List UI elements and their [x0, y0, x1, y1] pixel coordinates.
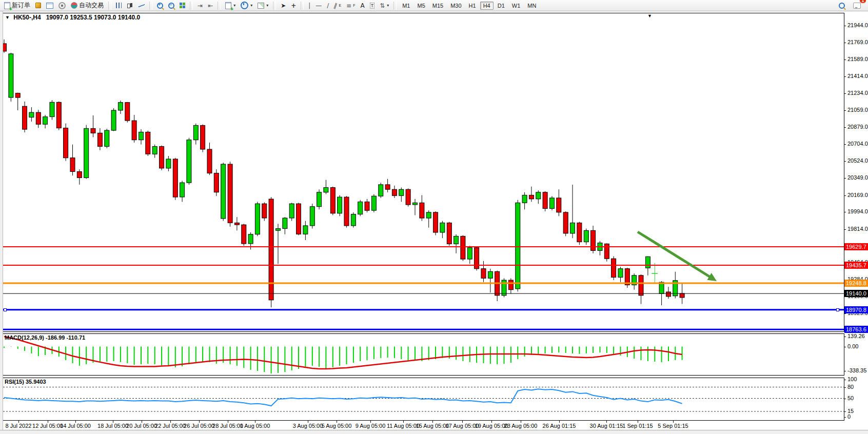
new-order-icon	[4, 2, 10, 9]
timeframe-m15[interactable]: M15	[429, 2, 446, 10]
indicators-icon	[225, 2, 231, 9]
timeframe-m1[interactable]: M1	[399, 2, 413, 10]
equidistant-channel-icon: ∥	[333, 2, 339, 9]
channel-sub-label: E	[339, 4, 341, 7]
horizontal-line-tool-button[interactable]: —	[313, 0, 324, 11]
candlestick-chart-button[interactable]	[125, 0, 135, 11]
hline-handle[interactable]	[4, 308, 7, 311]
autotrade-label: 自动交易	[79, 1, 104, 10]
timeframe-h1[interactable]: H1	[466, 2, 479, 10]
zoom-out-icon: −	[168, 3, 174, 9]
macd-signal-line	[4, 337, 682, 369]
vertical-line-icon: |	[308, 3, 310, 9]
timeframe-group: M1M5M15M30H1H4D1W1MN	[399, 2, 539, 10]
zoom-out-button[interactable]: −	[166, 0, 176, 11]
timeframe-m5[interactable]: M5	[414, 2, 428, 10]
signal-icon	[58, 2, 66, 9]
cursor-tool-button[interactable]: ➤	[279, 0, 288, 11]
horizontal-line-icon: —	[315, 3, 322, 9]
chart-shift-button[interactable]: ⇥	[195, 0, 205, 11]
crosshair-tool-button[interactable]: +	[289, 0, 298, 11]
chevron-down-icon: ▾	[250, 3, 252, 8]
symbols-button[interactable]	[33, 0, 43, 11]
rsi-line	[4, 389, 682, 406]
arrows-tool-button[interactable]: ⇅▾	[378, 0, 391, 11]
notification-badge: 1	[860, 0, 866, 3]
indicators-button[interactable]: ▾	[223, 0, 238, 11]
tile-windows-button[interactable]	[177, 0, 187, 11]
search-button[interactable]	[837, 0, 847, 11]
text-icon: A	[360, 3, 364, 9]
chat-bubble-icon	[853, 3, 861, 9]
rsi-series	[3, 387, 844, 411]
timeframe-h4[interactable]: H4	[480, 2, 494, 10]
cursor-icon: ➤	[281, 3, 286, 9]
toolbar-separator	[108, 2, 111, 10]
tile-windows-icon	[180, 3, 185, 8]
new-order-label: 新订单	[12, 1, 30, 10]
crosshair-icon: +	[291, 3, 296, 9]
auto-scroll-button[interactable]: ⇤	[206, 0, 215, 11]
data-window-icon	[46, 3, 53, 9]
fibonacci-tool-button[interactable]: ≡F	[344, 0, 357, 11]
main-toolbar: 新订单 自动交易 + − ⇥ ⇤ ▾ ▾ ▾ ➤ + | — ∕ ∥E ≡F A…	[0, 0, 868, 11]
trendline-tool-button[interactable]: ∕	[325, 0, 331, 11]
new-order-button[interactable]: 新订单	[2, 0, 32, 11]
candlestick-icon	[127, 3, 133, 9]
channel-tool-button[interactable]: ∥E	[332, 0, 343, 11]
trendline-icon: ∕	[327, 3, 329, 9]
chevron-down-icon: ▾	[266, 3, 268, 8]
notifications-button[interactable]: 1	[851, 0, 863, 11]
signals-button[interactable]	[56, 0, 68, 11]
data-window-button[interactable]	[44, 0, 55, 11]
line-chart-icon	[139, 3, 145, 8]
line-chart-button[interactable]	[136, 0, 147, 11]
autotrade-button[interactable]: 自动交易	[69, 0, 106, 11]
toolbar-separator	[273, 2, 276, 10]
clock-icon	[241, 2, 248, 9]
autotrade-icon	[71, 2, 77, 9]
label-tool-button[interactable]: T	[368, 0, 377, 11]
toolbar-separator	[301, 2, 304, 10]
toolbar-right-tools: 1	[837, 0, 866, 11]
toolbar-separator	[393, 2, 397, 10]
fibonacci-icon: ≡	[346, 3, 351, 9]
symbols-cube-icon	[35, 3, 41, 8]
chart-shift-icon: ⇥	[198, 3, 203, 9]
toolbar-separator	[149, 2, 152, 10]
bar-chart-icon	[116, 3, 122, 8]
arrows-icon: ⇅	[380, 3, 385, 9]
hline-handle[interactable]	[836, 308, 839, 311]
timeframe-w1[interactable]: W1	[509, 2, 524, 10]
text-tool-button[interactable]: A	[358, 0, 366, 11]
text-label-icon: T	[370, 3, 375, 9]
chart-graphics[interactable]	[0, 0, 868, 434]
search-icon	[839, 3, 845, 9]
candles	[2, 40, 685, 307]
toolbar-separator	[218, 2, 221, 10]
chevron-down-icon: ▾	[233, 3, 235, 8]
auto-scroll-icon: ⇤	[208, 3, 213, 9]
timeframe-d1[interactable]: D1	[495, 2, 508, 10]
timeframe-m30[interactable]: M30	[447, 2, 464, 10]
vertical-line-tool-button[interactable]: |	[306, 0, 312, 11]
chevron-down-icon: ▾	[387, 3, 389, 8]
macd-series	[4, 337, 682, 373]
zoom-in-button[interactable]: +	[155, 0, 165, 11]
fibo-sub-label: F	[353, 4, 355, 7]
timeframe-mn[interactable]: MN	[524, 2, 539, 10]
zoom-in-icon: +	[157, 3, 163, 9]
bar-chart-button[interactable]	[114, 0, 124, 11]
periods-button[interactable]: ▾	[239, 0, 254, 11]
templates-button[interactable]: ▾	[255, 0, 270, 11]
templates-icon	[258, 3, 264, 9]
toolbar-separator	[190, 2, 193, 10]
window-bottom-edge	[0, 430, 868, 434]
